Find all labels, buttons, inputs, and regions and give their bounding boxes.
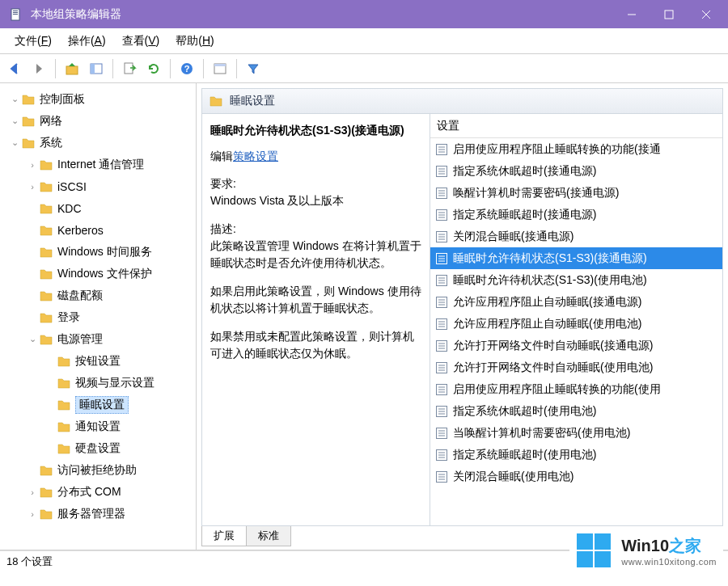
edit-policy-link[interactable]: 策略设置 <box>233 150 278 162</box>
list-item[interactable]: 指定系统休眠超时(使用电池) <box>430 400 722 422</box>
tree-toggle-icon[interactable] <box>26 204 39 213</box>
list-item-label: 当唤醒计算机时需要密码(使用电池) <box>453 426 630 441</box>
refresh-button[interactable] <box>142 57 165 80</box>
tree-toggle-icon[interactable] <box>44 356 57 366</box>
show-hide-tree-button[interactable] <box>85 57 108 80</box>
properties-button[interactable] <box>209 57 231 80</box>
tab-extended[interactable]: 扩展 <box>201 526 247 546</box>
list-item[interactable]: 指定系统睡眠超时(使用电池) <box>430 444 722 466</box>
tree-toggle-icon[interactable] <box>44 378 57 388</box>
menu-file[interactable]: 文件(F) <box>6 31 60 52</box>
tree-item[interactable]: ›Internet 通信管理 <box>0 154 196 175</box>
list-item-label: 唤醒计算机时需要密码(接通电源) <box>453 186 619 200</box>
edit-prefix: 编辑 <box>210 150 233 162</box>
column-header-setting[interactable]: 设置 <box>437 116 460 137</box>
list-item[interactable]: 允许应用程序阻止自动睡眠(接通电源) <box>430 291 722 313</box>
svg-text:?: ? <box>184 64 190 74</box>
svg-rect-2 <box>13 12 18 13</box>
export-button[interactable] <box>118 57 141 80</box>
list-item[interactable]: 唤醒计算机时需要密码(接通电源) <box>430 182 722 204</box>
tree-toggle-icon[interactable] <box>26 313 39 323</box>
tree-toggle-icon[interactable] <box>44 400 57 410</box>
tree-item-label: 网络 <box>40 114 62 129</box>
tree-item[interactable]: 硬盘设置 <box>0 437 196 459</box>
list-item[interactable]: 关闭混合睡眠(使用电池) <box>430 466 722 487</box>
tree-toggle-icon[interactable] <box>26 466 39 475</box>
tree-item[interactable]: 磁盘配额 <box>0 285 196 306</box>
tree-scroll[interactable]: ⌄控制面板⌄网络⌄系统›Internet 通信管理›iSCSI KDC Kerb… <box>0 83 196 550</box>
tree-item-label: 服务器管理器 <box>57 507 125 521</box>
tree-item[interactable]: ›分布式 COM <box>0 481 196 503</box>
tree-item[interactable]: Kerberos <box>0 219 196 241</box>
tree-toggle-icon[interactable]: ⌄ <box>8 94 21 104</box>
list-item[interactable]: 指定系统睡眠超时(接通电源) <box>430 204 722 226</box>
tree-toggle-icon[interactable]: ⌄ <box>26 334 39 344</box>
list-item[interactable]: 睡眠时允许待机状态(S1-S3)(使用电池) <box>430 269 722 291</box>
help-button[interactable]: ? <box>176 57 198 80</box>
description-block: 描述: 此策略设置管理 Windows 在将计算机置于睡眠状态时是否允许使用待机… <box>210 221 421 272</box>
tree-toggle-icon[interactable]: › <box>26 487 39 497</box>
watermark-text: Win10之家 www.win10xitong.com <box>621 535 717 567</box>
forward-button[interactable] <box>28 57 50 80</box>
tree-toggle-icon[interactable] <box>26 247 39 257</box>
tree-item[interactable]: Windows 时间服务 <box>0 241 196 263</box>
filter-button[interactable] <box>242 57 265 80</box>
back-button[interactable] <box>3 57 26 80</box>
tree-item[interactable]: 登录 <box>0 306 196 328</box>
tree-item[interactable]: 访问被拒绝协助 <box>0 459 196 481</box>
tree-item[interactable]: ⌄系统 <box>0 132 196 154</box>
tree-toggle-icon[interactable] <box>44 422 57 432</box>
tree-toggle-icon[interactable]: ⌄ <box>8 137 21 148</box>
list-item[interactable]: 指定系统休眠超时(接通电源) <box>430 160 722 182</box>
list-item[interactable]: 允许打开网络文件时自动睡眠(使用电池) <box>430 356 722 378</box>
up-button[interactable] <box>61 57 83 80</box>
policy-title: 睡眠时允许待机状态(S1-S3)(接通电源) <box>210 124 421 138</box>
list-item[interactable]: 关闭混合睡眠(接通电源) <box>430 226 722 247</box>
list-item-label: 允许打开网络文件时自动睡眠(使用电池) <box>453 360 653 375</box>
list-item-label: 启用使应用程序阻止睡眠转换的功能(接通 <box>453 142 661 157</box>
menu-help[interactable]: 帮助(H) <box>167 31 222 52</box>
settings-list-pane: 设置 启用使应用程序阻止睡眠转换的功能(接通指定系统休眠超时(接通电源)唤醒计算… <box>430 114 722 525</box>
tree-item[interactable]: ›iSCSI <box>0 175 196 197</box>
list-item[interactable]: 当唤醒计算机时需要密码(使用电池) <box>430 422 722 444</box>
tree-toggle-icon[interactable] <box>26 291 39 301</box>
description-p3: 如果禁用或未配置此策略设置，则计算机可进入的睡眠状态仅为休眠。 <box>210 328 421 362</box>
tree-item-label: 控制面板 <box>40 92 85 107</box>
list-item[interactable]: 睡眠时允许待机状态(S1-S3)(接通电源) <box>430 247 722 269</box>
tree-pane: ⌄控制面板⌄网络⌄系统›Internet 通信管理›iSCSI KDC Kerb… <box>0 83 197 550</box>
menu-action[interactable]: 操作(A) <box>60 31 114 52</box>
svg-rect-3 <box>13 14 18 15</box>
minimize-button[interactable] <box>613 0 650 28</box>
tree-item[interactable]: ⌄网络 <box>0 110 196 132</box>
list-scroll[interactable]: 启用使应用程序阻止睡眠转换的功能(接通指定系统休眠超时(接通电源)唤醒计算机时需… <box>430 138 722 525</box>
tree-toggle-icon[interactable] <box>44 444 57 453</box>
tree-item-label: 硬盘设置 <box>75 441 121 456</box>
maximize-button[interactable] <box>650 0 688 28</box>
tree-item[interactable]: ⌄电源管理 <box>0 328 196 350</box>
tree-toggle-icon[interactable]: › <box>26 509 39 519</box>
list-item[interactable]: 启用使应用程序阻止睡眠转换的功能(接通 <box>430 138 722 160</box>
tree-item[interactable]: ›服务器管理器 <box>0 503 196 525</box>
tree-item[interactable]: 通知设置 <box>0 415 196 437</box>
tree-toggle-icon[interactable]: › <box>26 160 39 170</box>
tree-item[interactable]: Windows 文件保护 <box>0 263 196 285</box>
tree-toggle-icon[interactable] <box>26 269 39 279</box>
list-header[interactable]: 设置 <box>430 114 722 138</box>
menu-view[interactable]: 查看(V) <box>114 31 168 52</box>
tree-toggle-icon[interactable]: ⌄ <box>8 116 21 126</box>
tree-toggle-icon[interactable] <box>26 226 39 235</box>
tree-item-label: Windows 文件保护 <box>57 267 152 281</box>
tree-item[interactable]: KDC <box>0 197 196 219</box>
tree-item[interactable]: 按钮设置 <box>0 350 196 372</box>
tree-item-label: Windows 时间服务 <box>57 245 152 259</box>
tree-item[interactable]: 视频与显示设置 <box>0 372 196 394</box>
tree-item[interactable]: 睡眠设置 <box>0 394 196 415</box>
list-item[interactable]: 允许打开网络文件时自动睡眠(接通电源) <box>430 335 722 356</box>
list-item[interactable]: 允许应用程序阻止自动睡眠(使用电池) <box>430 313 722 335</box>
requirements: 要求: Windows Vista 及以上版本 <box>210 175 421 209</box>
close-button[interactable] <box>688 0 725 28</box>
tree-item[interactable]: ⌄控制面板 <box>0 88 196 110</box>
tab-standard[interactable]: 标准 <box>246 526 291 546</box>
list-item[interactable]: 启用使应用程序阻止睡眠转换的功能(使用 <box>430 378 722 400</box>
tree-toggle-icon[interactable]: › <box>26 182 39 192</box>
